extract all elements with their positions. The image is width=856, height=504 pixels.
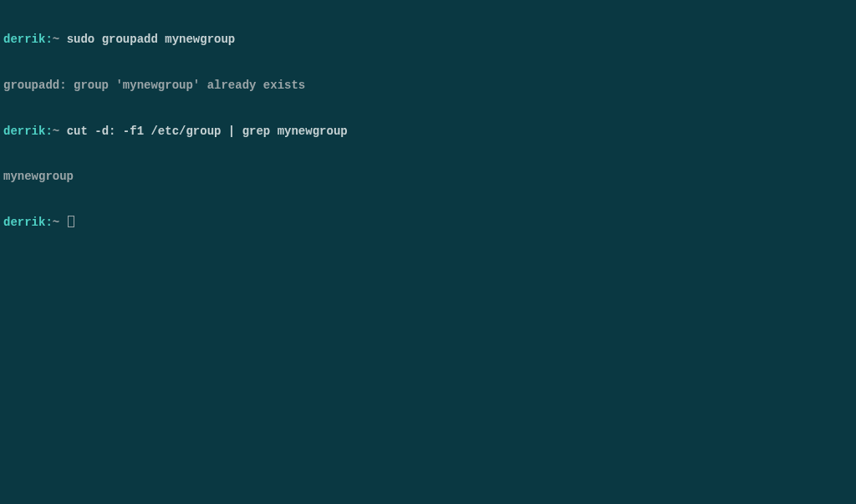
output-text: mynewgroup	[3, 170, 74, 183]
prompt-user: derrik:	[3, 125, 53, 138]
command-text: cut -d: -f1 /etc/group | grep mynewgroup	[67, 125, 348, 138]
terminal-line: derrik:~ cut -d: -f1 /etc/group | grep m…	[3, 124, 853, 139]
cursor	[68, 216, 74, 227]
terminal-line: groupadd: group 'mynewgroup' already exi…	[3, 78, 853, 93]
output-text: groupadd: group 'mynewgroup' already exi…	[3, 79, 305, 92]
terminal-line: mynewgroup	[3, 169, 853, 184]
terminal-line: derrik:~	[3, 215, 853, 230]
prompt-tilde: ~	[53, 125, 67, 138]
prompt-tilde: ~	[53, 216, 67, 229]
prompt-user: derrik:	[3, 216, 53, 229]
prompt-tilde: ~	[53, 33, 67, 46]
terminal[interactable]: derrik:~ sudo groupadd mynewgroup groupa…	[3, 2, 853, 245]
command-text: sudo groupadd mynewgroup	[67, 33, 236, 46]
prompt-user: derrik:	[3, 33, 53, 46]
terminal-line: derrik:~ sudo groupadd mynewgroup	[3, 32, 853, 47]
